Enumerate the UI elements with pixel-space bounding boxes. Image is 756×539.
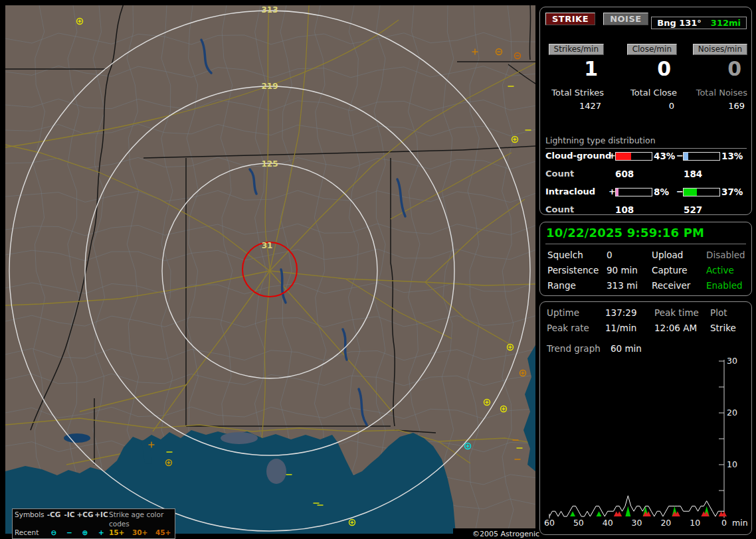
count-value: 608 [615, 169, 634, 179]
counter-column-2: Noises/min0Total Noises169 [677, 42, 747, 111]
svg-text:30: 30 [632, 518, 642, 528]
status-cell: Squelch [547, 250, 607, 260]
distribution-row: Cloud-ground+43%−13% [545, 151, 747, 162]
dist-bar-fill [684, 189, 697, 196]
dist-percent: 8% [654, 187, 669, 197]
status-cell: Range [547, 280, 607, 291]
rate-value: 1 [545, 58, 604, 80]
counter-label: Strikes/min [549, 44, 604, 55]
svg-text:0: 0 [721, 518, 727, 528]
legend-age-code: 15+ [109, 528, 132, 538]
svg-text:50: 50 [573, 518, 584, 528]
dist-bar-fill [616, 153, 631, 160]
status-grid: Squelch0UploadDisabledPersistence90 minC… [547, 250, 747, 291]
session-panel: Uptime137:29Peak timePlotPeak rate11/min… [539, 301, 752, 535]
counter-column-0: Strikes/min1Total Strikes1427 [545, 42, 604, 111]
bearing-label: Bng 131° [657, 18, 702, 28]
legend-symbol--ic: − [62, 528, 76, 538]
svg-text:10: 10 [690, 518, 700, 528]
counter-label: Close/min [627, 44, 677, 55]
svg-text:10: 10 [727, 459, 737, 469]
status-cell: 0 [607, 250, 652, 260]
ring-label-219: 219 [261, 82, 278, 91]
status-cell: Active [706, 265, 747, 275]
dist-name: Intracloud [545, 187, 595, 196]
legend-symbol-+cg: ⊕ [76, 528, 94, 538]
counter-column-1: Close/min0Total Close0 [604, 42, 677, 111]
copyright-text: ©2005 Astrogenic Systems [453, 528, 541, 539]
legend-header: +CG [76, 510, 94, 528]
rate-value: 0 [604, 58, 677, 80]
legend-header: -IC [62, 510, 76, 528]
total-value: 1427 [545, 101, 604, 111]
distribution-count-row: Count608184 [545, 169, 747, 180]
status-cell: Persistence [547, 265, 607, 275]
dist-bar [615, 188, 652, 196]
svg-text:20: 20 [660, 518, 671, 528]
dist-bar [683, 188, 720, 196]
status-cell: Disabled [706, 250, 747, 260]
legend-symbol--cg: ⊖ [45, 528, 62, 538]
ring-label-125: 125 [261, 159, 278, 169]
dist-percent: 13% [721, 151, 743, 161]
status-cell: Enabled [706, 280, 747, 291]
count-value: 184 [684, 169, 702, 179]
legend-age-code: 45+ [155, 528, 176, 538]
svg-text:20: 20 [727, 408, 737, 418]
map-canvas: 31321912531 [5, 5, 535, 534]
distribution-title: Lightning type distribution [545, 135, 747, 149]
dist-bar-fill [616, 189, 618, 196]
total-value: 169 [677, 101, 747, 111]
dist-bar-fill [684, 153, 688, 160]
total-label: Total Close [604, 88, 677, 98]
map-legend: Symbols-CG-IC+CG+ICStrike age color code… [12, 508, 175, 539]
legend-row-label: Recent [15, 528, 45, 538]
legend-age-code: 30+ [132, 528, 155, 538]
bearing-range: 312mi [711, 18, 741, 28]
count-value: 108 [615, 204, 634, 215]
rate-counters: Strikes/min1Total Strikes1427Close/min0T… [545, 42, 747, 111]
noise-button[interactable]: NOISE [603, 13, 648, 25]
legend-age-header: Strike age color codes [109, 510, 176, 528]
ring-label-313: 313 [261, 5, 278, 15]
count-label: Count [545, 204, 574, 214]
dist-percent: 43% [654, 151, 675, 161]
status-panel: 10/22/2025 9:59:16 PM Squelch0UploadDisa… [539, 222, 752, 296]
count-label: Count [545, 169, 574, 179]
total-value: 0 [604, 101, 677, 111]
dist-bar [683, 152, 720, 161]
dist-percent: 37% [721, 187, 743, 197]
strike-button[interactable]: STRIKE [545, 13, 595, 25]
count-value: 527 [684, 204, 702, 215]
distribution-count-row: Count108527 [545, 204, 747, 216]
mode-buttons: STRIKE NOISE Bng 131°312mi [540, 12, 751, 25]
svg-text:min: min [732, 518, 748, 528]
rate-value: 0 [677, 58, 747, 80]
total-label: Total Noises [677, 88, 747, 98]
datetime-display: 10/22/2025 9:59:16 PM [546, 226, 704, 240]
ring-label-31: 31 [262, 241, 273, 250]
separator [545, 244, 746, 244]
svg-text:30: 30 [727, 356, 737, 366]
legend-header: -CG [45, 510, 62, 528]
status-cell: Upload [652, 250, 706, 260]
dist-bar [615, 152, 652, 161]
trend-chart: 1020306050403020100min [540, 302, 751, 534]
counter-label: Noises/min [693, 44, 747, 55]
strike-map[interactable]: 31321912531 Symbols-CG-IC+CG+ICStrike ag… [5, 5, 535, 534]
svg-text:40: 40 [603, 518, 613, 528]
status-cell: Capture [652, 265, 706, 275]
status-cell: 90 min [607, 265, 652, 275]
strike-stats-panel: STRIKE NOISE Bng 131°312mi Strikes/min1T… [539, 7, 752, 215]
distribution-row: Intracloud+8%−37% [545, 187, 747, 198]
dist-name: Cloud-ground [545, 151, 611, 161]
legend-header: +IC [94, 510, 109, 528]
legend-header: Symbols [15, 510, 45, 528]
total-label: Total Strikes [545, 88, 604, 98]
svg-text:60: 60 [544, 518, 555, 528]
status-cell: 313 mi [607, 280, 652, 291]
status-cell: Receiver [652, 280, 706, 291]
legend-symbol-+ic: + [94, 528, 109, 538]
bearing-display: Bng 131°312mi [651, 17, 747, 29]
